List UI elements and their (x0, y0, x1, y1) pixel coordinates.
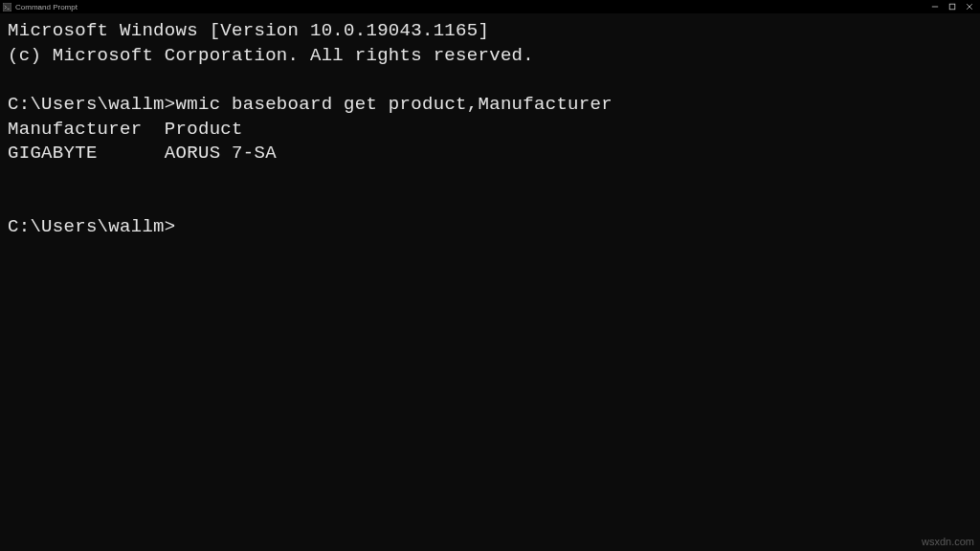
col-header-product: Product (165, 119, 243, 140)
watermark: wsxdn.com (922, 536, 974, 547)
close-button[interactable] (961, 0, 978, 13)
banner-line-2: (c) Microsoft Corporation. All rights re… (8, 45, 534, 66)
window-titlebar: Command Prompt (0, 0, 980, 13)
prompt-2: C:\Users\wallm> (8, 216, 176, 237)
titlebar-left: Command Prompt (2, 2, 78, 11)
value-product: AORUS 7-SA (165, 143, 277, 164)
banner-line-1: Microsoft Windows [Version 10.0.19043.11… (8, 20, 489, 41)
command-1: wmic baseboard get product,Manufacturer (176, 94, 612, 115)
cmd-icon (2, 2, 11, 11)
window-title: Command Prompt (15, 3, 78, 11)
svg-rect-0 (3, 3, 11, 11)
maximize-button[interactable] (944, 0, 961, 13)
svg-rect-3 (949, 4, 955, 10)
terminal-output[interactable]: Microsoft Windows [Version 10.0.19043.11… (0, 13, 980, 246)
window-controls (926, 0, 978, 13)
prompt-1: C:\Users\wallm> (8, 94, 176, 115)
value-manufacturer: GIGABYTE (8, 143, 98, 164)
col-header-manufacturer: Manufacturer (8, 119, 142, 140)
minimize-button[interactable] (926, 0, 944, 13)
